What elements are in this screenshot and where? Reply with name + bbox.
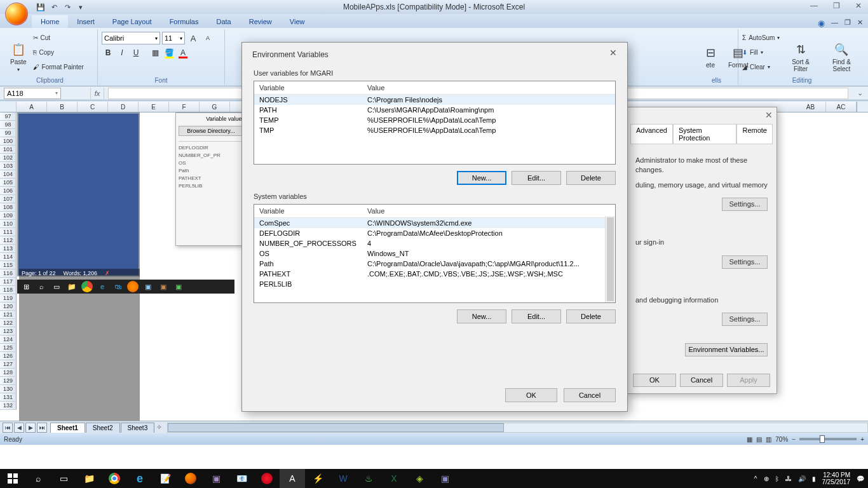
tray-bluetooth-icon[interactable]: ᛒ xyxy=(775,475,779,482)
search-icon[interactable]: ⌕ xyxy=(25,469,51,488)
user-delete-button[interactable]: Delete xyxy=(566,171,616,185)
sysprops-cancel-button[interactable]: Cancel xyxy=(680,374,723,387)
word-icon[interactable]: W xyxy=(330,469,356,488)
sheet-tab[interactable]: Sheet1 xyxy=(50,423,85,433)
tray-app-icon[interactable]: ⊕ xyxy=(764,475,769,482)
col-header-value[interactable]: Value xyxy=(362,205,615,217)
taskview-icon[interactable]: ▭ xyxy=(51,469,76,488)
help-icon[interactable]: ◉ xyxy=(818,18,825,28)
row-header[interactable]: 108 xyxy=(0,203,17,212)
border-button[interactable]: ▦ xyxy=(149,46,161,59)
sys-var-row[interactable]: Path C:\ProgramData\Oracle\Java\javapath… xyxy=(254,259,615,269)
row-header[interactable]: 121 xyxy=(0,311,17,319)
sys-var-row[interactable]: PERL5LIB xyxy=(254,279,615,289)
grow-font-icon[interactable]: A xyxy=(187,32,200,44)
copy-button[interactable]: ⎘Copy xyxy=(33,45,84,59)
row-header[interactable]: 102 xyxy=(0,154,17,162)
col-header[interactable]: E xyxy=(139,102,169,112)
row-header[interactable]: 103 xyxy=(0,162,17,170)
sys-var-row[interactable]: PATHEXT .COM;.EXE;.BAT;.CMD;.VBS;.VBE;.J… xyxy=(254,269,615,279)
col-header[interactable]: D xyxy=(108,102,139,112)
zoom-out-icon[interactable]: − xyxy=(792,436,796,443)
sys-vars-scrollbar[interactable] xyxy=(605,216,615,302)
sheet-nav-prev[interactable]: ◀ xyxy=(14,423,24,433)
user-var-row[interactable]: PATH C:\Users\MGARI\AppData\Roaming\npm xyxy=(254,105,615,115)
tab-review[interactable]: Review xyxy=(240,15,281,28)
outlook-icon[interactable]: 📧 xyxy=(229,469,254,488)
row-header[interactable]: 128 xyxy=(0,369,17,377)
qat-dropdown-icon[interactable]: ▾ xyxy=(75,1,86,13)
row-header[interactable]: 123 xyxy=(0,327,17,336)
tray-notifications-icon[interactable]: 💬 xyxy=(857,475,864,482)
row-header[interactable]: 113 xyxy=(0,245,17,253)
sheet-tab[interactable]: Sheet2 xyxy=(86,423,120,433)
name-box[interactable]: A118▾ xyxy=(4,88,61,99)
sys-var-row[interactable]: DEFLOGDIR C:\ProgramData\McAfee\DesktopP… xyxy=(254,228,615,238)
sysprops-apply-button[interactable]: Apply xyxy=(727,374,770,387)
sheet-tab[interactable]: Sheet3 xyxy=(121,423,155,433)
row-header[interactable]: 112 xyxy=(0,236,17,245)
row-header[interactable]: 106 xyxy=(0,187,17,195)
zoom-in-icon[interactable]: + xyxy=(860,436,864,443)
user-var-row[interactable]: TMP %USERPROFILE%\AppData\Local\Temp xyxy=(254,125,615,135)
firefox-icon[interactable] xyxy=(178,469,203,488)
environment-variables-button[interactable]: Environment Variables... xyxy=(685,343,768,356)
col-header[interactable]: F xyxy=(169,102,200,112)
row-header[interactable]: 105 xyxy=(0,179,17,187)
row-header[interactable]: 97 xyxy=(0,112,17,121)
row-header[interactable]: 104 xyxy=(0,170,17,179)
row-header[interactable]: 118 xyxy=(0,286,17,294)
sys-new-button[interactable]: New... xyxy=(457,309,506,323)
start-button[interactable] xyxy=(0,469,25,488)
italic-button[interactable]: I xyxy=(116,46,128,59)
sysprops-tab-remote[interactable]: Remote xyxy=(736,124,773,144)
row-header[interactable]: 101 xyxy=(0,146,17,154)
row-header[interactable]: 132 xyxy=(0,402,17,410)
delete-button[interactable]: ⊟ete xyxy=(699,30,722,83)
bold-button[interactable]: B xyxy=(102,46,114,59)
row-header[interactable]: 114 xyxy=(0,253,17,261)
sheet-nav-first[interactable]: ⏮ xyxy=(3,423,13,433)
undo-icon[interactable]: ↶ xyxy=(48,1,60,13)
row-header[interactable]: 98 xyxy=(0,121,17,129)
tray-chevron-icon[interactable]: ^ xyxy=(754,475,757,482)
col-header[interactable]: AB xyxy=(796,102,826,112)
sys-delete-button[interactable]: Delete xyxy=(566,309,616,323)
sheet-nav-next[interactable]: ▶ xyxy=(25,423,36,433)
col-header[interactable]: C xyxy=(78,102,108,112)
tab-page-layout[interactable]: Page Layout xyxy=(104,15,161,28)
row-header[interactable]: 109 xyxy=(0,212,17,220)
find-select-button[interactable]: 🔍Find & Select xyxy=(822,30,862,83)
adobe-icon[interactable]: A xyxy=(280,469,305,488)
env-ok-button[interactable]: OK xyxy=(505,388,557,402)
row-header[interactable]: 129 xyxy=(0,377,17,385)
row-header[interactable]: 131 xyxy=(0,393,17,402)
user-new-button[interactable]: New... xyxy=(457,171,506,185)
col-header[interactable]: A xyxy=(17,102,47,112)
chrome-icon[interactable] xyxy=(102,469,127,488)
select-all-corner[interactable] xyxy=(0,102,17,112)
font-color-button[interactable]: A xyxy=(177,46,189,59)
fx-icon[interactable]: fx xyxy=(90,88,104,99)
row-header[interactable]: 124 xyxy=(0,336,17,344)
col-header-value[interactable]: Value xyxy=(362,81,615,94)
file-explorer-icon[interactable]: 📁 xyxy=(76,469,102,488)
fill-color-button[interactable]: 🪣 xyxy=(163,46,175,59)
opera-icon[interactable] xyxy=(254,469,280,488)
settings-button-perf[interactable]: Settings... xyxy=(722,198,768,211)
row-header[interactable]: 122 xyxy=(0,319,17,327)
minimize-icon[interactable]: — xyxy=(808,0,820,11)
tab-data[interactable]: Data xyxy=(207,15,240,28)
paste-button[interactable]: 📋 Paste ▾ xyxy=(6,30,31,83)
sys-var-row[interactable]: OS Windows_NT xyxy=(254,248,615,259)
sysprops-ok-button[interactable]: OK xyxy=(633,374,676,387)
view-break-icon[interactable]: ▥ xyxy=(766,436,771,443)
row-header[interactable]: 107 xyxy=(0,195,17,203)
maximize-icon[interactable]: ❐ xyxy=(830,0,843,11)
view-normal-icon[interactable]: ▦ xyxy=(747,436,752,443)
tab-formulas[interactable]: Formulas xyxy=(161,15,208,28)
tab-view[interactable]: View xyxy=(281,15,314,28)
app-icon[interactable]: ⚡ xyxy=(305,469,330,488)
app-icon[interactable]: ♨ xyxy=(356,469,381,488)
app-icon[interactable]: ▣ xyxy=(432,469,458,488)
